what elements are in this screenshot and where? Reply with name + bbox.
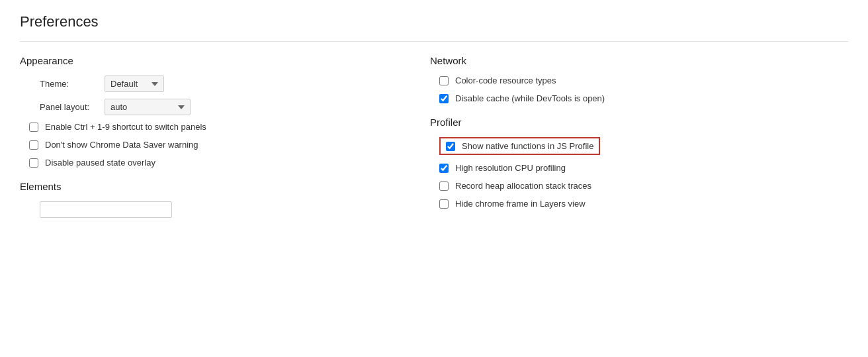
ctrl-switch-label[interactable]: Enable Ctrl + 1-9 shortcut to switch pan…: [45, 122, 206, 132]
color-code-row: Color-code resource types: [439, 76, 848, 85]
color-code-checkbox[interactable]: [439, 76, 449, 85]
high-res-cpu-row: High resolution CPU profiling: [439, 163, 848, 173]
panel-layout-row: Panel layout: auto horizontal vertical: [40, 99, 390, 115]
page-title: Preferences: [20, 13, 848, 30]
color-code-label[interactable]: Color-code resource types: [455, 76, 556, 85]
disable-paused-row: Disable paused state overlay: [29, 158, 390, 168]
elements-section-title: Elements: [20, 181, 390, 192]
high-res-cpu-checkbox[interactable]: [439, 164, 449, 173]
record-heap-row: Record heap allocation stack traces: [439, 181, 848, 191]
main-layout: Appearance Theme: Default Panel layout: …: [20, 55, 848, 222]
theme-label: Theme:: [40, 79, 99, 89]
disable-cache-checkbox[interactable]: [439, 94, 449, 103]
hide-chrome-frame-label[interactable]: Hide chrome frame in Layers view: [455, 199, 586, 209]
hide-chrome-frame-checkbox[interactable]: [439, 199, 449, 209]
record-heap-checkbox[interactable]: [439, 181, 449, 191]
disable-cache-label[interactable]: Disable cache (while DevTools is open): [455, 93, 605, 103]
hide-chrome-frame-row: Hide chrome frame in Layers view: [439, 199, 848, 209]
theme-row: Theme: Default: [40, 76, 390, 92]
ctrl-switch-checkbox[interactable]: [29, 123, 38, 132]
show-native-label[interactable]: Show native functions in JS Profile: [462, 141, 593, 151]
profiler-section-title: Profiler: [430, 117, 848, 128]
panel-layout-select[interactable]: auto horizontal vertical: [105, 99, 191, 115]
elements-text-input[interactable]: [40, 201, 172, 218]
chrome-data-saver-label[interactable]: Don't show Chrome Data Saver warning: [45, 140, 198, 150]
elements-section: Elements: [20, 181, 390, 218]
panel-layout-label: Panel layout:: [40, 102, 99, 112]
divider: [20, 41, 848, 42]
left-column: Appearance Theme: Default Panel layout: …: [20, 55, 390, 222]
right-column: Network Color-code resource types Disabl…: [390, 55, 848, 222]
chrome-data-saver-row: Don't show Chrome Data Saver warning: [29, 140, 390, 150]
disable-cache-row: Disable cache (while DevTools is open): [439, 93, 848, 103]
high-res-cpu-label[interactable]: High resolution CPU profiling: [455, 163, 566, 173]
record-heap-label[interactable]: Record heap allocation stack traces: [455, 181, 591, 191]
elements-input-row: [40, 201, 390, 218]
show-native-checkbox[interactable]: [446, 142, 455, 151]
network-section-title: Network: [430, 55, 848, 66]
disable-paused-label[interactable]: Disable paused state overlay: [45, 158, 155, 168]
theme-select[interactable]: Default: [105, 76, 164, 92]
disable-paused-checkbox[interactable]: [29, 158, 38, 168]
appearance-section: Appearance Theme: Default Panel layout: …: [20, 55, 390, 168]
appearance-section-title: Appearance: [20, 55, 390, 66]
show-native-highlighted-row: Show native functions in JS Profile: [439, 137, 600, 155]
network-section: Network Color-code resource types Disabl…: [430, 55, 848, 103]
profiler-section: Profiler Show native functions in JS Pro…: [430, 117, 848, 209]
chrome-data-saver-checkbox[interactable]: [29, 140, 38, 150]
ctrl-switch-row: Enable Ctrl + 1-9 shortcut to switch pan…: [29, 122, 390, 132]
